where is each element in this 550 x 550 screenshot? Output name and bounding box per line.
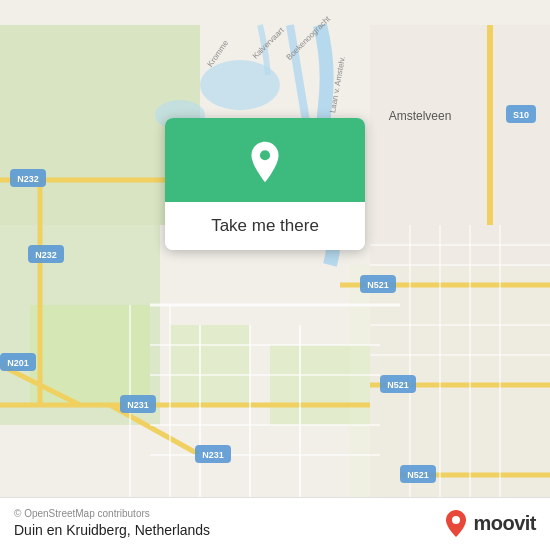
svg-point-59 [260, 150, 270, 160]
svg-text:N201: N201 [7, 358, 29, 368]
svg-text:N232: N232 [17, 174, 39, 184]
moovit-pin-icon [444, 509, 468, 537]
svg-text:N521: N521 [407, 470, 429, 480]
svg-point-60 [452, 516, 460, 524]
svg-text:S10: S10 [513, 110, 529, 120]
map-svg: N232 N232 N231 N231 N201 N521 N521 N521 … [0, 0, 550, 550]
bottom-bar: © OpenStreetMap contributors Duin en Kru… [0, 497, 550, 550]
svg-rect-3 [170, 325, 250, 405]
popup-card: Take me there [165, 118, 365, 250]
take-me-there-button[interactable]: Take me there [165, 202, 365, 250]
svg-text:N232: N232 [35, 250, 57, 260]
moovit-logo: moovit [444, 509, 536, 537]
bottom-left: © OpenStreetMap contributors Duin en Kru… [14, 508, 210, 538]
svg-text:N521: N521 [367, 280, 389, 290]
svg-text:N521: N521 [387, 380, 409, 390]
attribution-text: © OpenStreetMap contributors [14, 508, 210, 519]
map-container: N232 N232 N231 N231 N201 N521 N521 N521 … [0, 0, 550, 550]
svg-rect-8 [370, 25, 550, 525]
location-name: Duin en Kruidberg, Netherlands [14, 522, 210, 538]
svg-text:Amstelveen: Amstelveen [389, 109, 452, 123]
svg-text:N231: N231 [127, 400, 149, 410]
moovit-text: moovit [473, 512, 536, 535]
location-pin-icon [243, 140, 287, 184]
svg-text:N231: N231 [202, 450, 224, 460]
popup-green-area [165, 118, 365, 202]
